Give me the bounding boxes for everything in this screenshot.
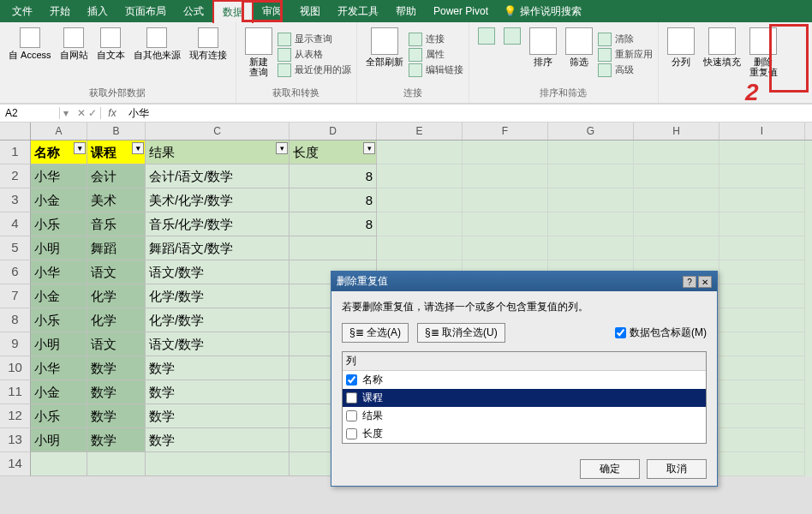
data-cell[interactable]: 语文 — [87, 260, 146, 284]
empty-cell[interactable] — [87, 452, 146, 476]
col-header-E[interactable]: E — [377, 123, 463, 140]
empty-cell[interactable] — [377, 212, 463, 236]
connections-button[interactable]: 连接 — [409, 33, 463, 46]
empty-cell[interactable] — [634, 140, 719, 164]
empty-cell[interactable] — [719, 164, 805, 188]
show-queries-button[interactable]: 显示查询 — [278, 33, 351, 46]
sort-az-button[interactable] — [475, 24, 499, 85]
edit-links-button[interactable]: 编辑链接 — [409, 63, 463, 77]
menu-view[interactable]: 视图 — [291, 1, 329, 22]
menu-help[interactable]: 帮助 — [387, 1, 425, 22]
data-cell[interactable]: 数学 — [87, 356, 146, 380]
empty-cell[interactable] — [548, 236, 634, 260]
empty-cell[interactable] — [377, 164, 463, 188]
filter-dropdown-icon[interactable]: ▾ — [74, 142, 86, 154]
data-cell[interactable]: 数学 — [87, 404, 146, 428]
new-query-button[interactable]: 新建 查询 — [242, 24, 276, 85]
empty-cell[interactable] — [548, 212, 634, 236]
data-cell[interactable]: 小金 — [31, 380, 87, 404]
empty-cell[interactable] — [719, 188, 805, 212]
from-text-button[interactable]: 自文本 — [93, 24, 128, 85]
empty-cell[interactable] — [634, 164, 719, 188]
header-cell[interactable]: 名称▾ — [31, 140, 87, 164]
empty-cell[interactable] — [719, 404, 805, 428]
row-header-12[interactable]: 12 — [0, 404, 31, 428]
sort-button[interactable]: 排序 — [526, 24, 560, 85]
from-table-button[interactable]: 从表格 — [278, 48, 351, 62]
data-cell[interactable]: 舞蹈 — [87, 236, 146, 260]
col-header-G[interactable]: G — [548, 123, 634, 140]
cancel-button[interactable]: 取消 — [647, 459, 707, 479]
refresh-all-button[interactable]: 全部刷新 — [362, 24, 407, 85]
headers-checkbox-input[interactable] — [615, 327, 626, 338]
empty-cell[interactable] — [719, 212, 805, 236]
ok-button[interactable]: 确定 — [580, 459, 640, 479]
empty-cell[interactable] — [463, 236, 548, 260]
empty-cell[interactable] — [634, 236, 719, 260]
data-cell[interactable]: 小乐 — [31, 212, 87, 236]
header-cell[interactable]: 结果▾ — [146, 140, 290, 164]
empty-cell[interactable] — [31, 452, 87, 476]
sort-za-button[interactable] — [500, 24, 524, 85]
empty-cell[interactable] — [719, 356, 805, 380]
header-cell[interactable]: 课程▾ — [87, 140, 146, 164]
headers-checkbox[interactable]: 数据包含标题(M) — [615, 326, 707, 340]
menu-home[interactable]: 开始 — [41, 1, 79, 22]
col-header-D[interactable]: D — [290, 123, 377, 140]
empty-cell[interactable] — [719, 308, 805, 332]
data-cell[interactable]: 化学/数学 — [146, 284, 290, 308]
reapply-filter-button[interactable]: 重新应用 — [598, 48, 653, 62]
data-cell[interactable]: 音乐 — [87, 212, 146, 236]
data-cell[interactable]: 化学 — [87, 284, 146, 308]
data-cell[interactable]: 会计 — [87, 164, 146, 188]
data-cell[interactable]: 8 — [290, 212, 377, 236]
properties-button[interactable]: 属性 — [409, 48, 463, 62]
empty-cell[interactable] — [377, 140, 463, 164]
empty-cell[interactable] — [719, 260, 805, 284]
data-cell[interactable]: 语文 — [87, 332, 146, 356]
row-header-13[interactable]: 13 — [0, 428, 31, 452]
column-item-name[interactable]: 名称 — [343, 371, 706, 389]
existing-conn-button[interactable]: 现有连接 — [186, 24, 230, 85]
from-access-button[interactable]: 自 Access — [5, 24, 55, 85]
column-item-length[interactable]: 长度 — [343, 425, 706, 443]
namebox-dropdown-icon[interactable]: ▾ ✕ ✓ — [60, 107, 101, 119]
empty-cell[interactable] — [377, 236, 463, 260]
data-cell[interactable]: 小华 — [31, 356, 87, 380]
row-header-1[interactable]: 1 — [0, 140, 31, 164]
advanced-filter-button[interactable]: 高级 — [598, 63, 653, 77]
filter-dropdown-icon[interactable]: ▾ — [276, 142, 288, 154]
menu-file[interactable]: 文件 — [3, 1, 41, 22]
data-cell[interactable]: 美术 — [87, 188, 146, 212]
row-header-9[interactable]: 9 — [0, 332, 31, 356]
empty-cell[interactable] — [719, 236, 805, 260]
col-header-B[interactable]: B — [87, 123, 146, 140]
fx-icon[interactable]: fx — [101, 107, 122, 119]
data-cell[interactable]: 小明 — [31, 236, 87, 260]
row-header-6[interactable]: 6 — [0, 260, 31, 284]
data-cell[interactable]: 数学 — [146, 404, 290, 428]
empty-cell[interactable] — [719, 140, 805, 164]
empty-cell[interactable] — [634, 188, 719, 212]
dialog-close-button[interactable]: ✕ — [698, 276, 712, 288]
data-cell[interactable]: 化学/数学 — [146, 308, 290, 332]
data-cell[interactable] — [290, 236, 377, 260]
row-header-2[interactable]: 2 — [0, 164, 31, 188]
recent-sources-button[interactable]: 最近使用的源 — [278, 63, 351, 77]
empty-cell[interactable] — [548, 188, 634, 212]
empty-cell[interactable] — [463, 212, 548, 236]
col-header-H[interactable]: H — [634, 123, 719, 140]
col-header-C[interactable]: C — [146, 123, 290, 140]
formula-input[interactable]: 小华 — [123, 106, 812, 121]
data-cell[interactable]: 8 — [290, 164, 377, 188]
filter-dropdown-icon[interactable]: ▾ — [363, 142, 375, 154]
data-cell[interactable]: 语文/数学 — [146, 260, 290, 284]
empty-cell[interactable] — [548, 140, 634, 164]
select-all-button[interactable]: §≣ 全选(A) — [342, 323, 409, 343]
select-all-corner[interactable] — [0, 123, 31, 140]
data-cell[interactable]: 美术/化学/数学 — [146, 188, 290, 212]
tell-me[interactable]: 💡 操作说明搜索 — [504, 4, 582, 19]
data-cell[interactable]: 数学 — [87, 380, 146, 404]
data-cell[interactable]: 8 — [290, 188, 377, 212]
text-to-columns-button[interactable]: 分列 — [664, 24, 698, 101]
